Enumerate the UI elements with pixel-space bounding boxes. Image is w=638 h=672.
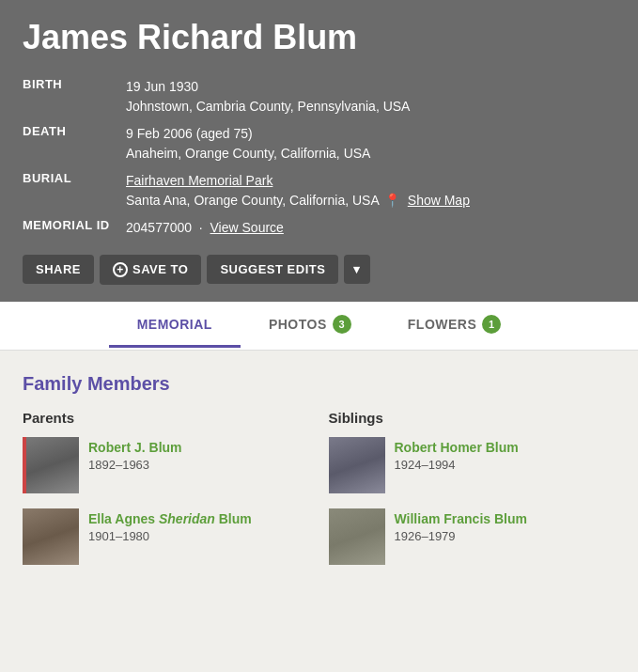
burial-location: Santa Ana, Orange County, California, US…: [126, 193, 379, 208]
member-years: 1901–1980: [88, 529, 252, 543]
avatar[interactable]: [329, 437, 385, 493]
photos-badge: 3: [333, 315, 351, 334]
list-item: Robert Homer Blum 1924–1994: [329, 437, 616, 493]
family-members-title: Family Members: [23, 373, 615, 395]
tab-flowers[interactable]: FLOWERS 1: [380, 302, 530, 350]
birth-date: 19 Jun 1930: [126, 79, 198, 94]
member-name[interactable]: Robert Homer Blum: [395, 439, 519, 456]
memorial-id-label: MEMORIAL ID: [23, 214, 126, 242]
avatar[interactable]: [23, 437, 79, 493]
burial-label: BURIAL: [23, 167, 126, 214]
memorial-id-value: 204577000 · View Source: [126, 214, 615, 242]
list-item: Ella Agnes Sheridan Blum 1901–1980: [23, 508, 310, 565]
member-years: 1926–1979: [395, 529, 527, 543]
action-bar: SHARE + SAVE TO SUGGEST EDITS ▾: [23, 255, 615, 285]
burial-place-link[interactable]: Fairhaven Memorial Park: [126, 173, 272, 188]
plus-circle-icon: +: [113, 262, 128, 277]
list-item: Robert J. Blum 1892–1963: [23, 437, 310, 493]
avatar[interactable]: [329, 508, 385, 565]
member-years: 1924–1994: [395, 458, 519, 472]
avatar[interactable]: [23, 508, 79, 565]
member-info: William Francis Blum 1926–1979: [395, 508, 527, 543]
tab-photos-label: PHOTOS: [269, 317, 327, 332]
death-label: DEATH: [23, 120, 126, 167]
save-to-button[interactable]: + SAVE TO: [100, 255, 201, 285]
tabs-container: MEMORIAL PHOTOS 3 FLOWERS 1: [0, 302, 638, 350]
death-row: DEATH 9 Feb 2006 (aged 75) Anaheim, Oran…: [23, 120, 615, 167]
location-pin-icon: 📍: [384, 191, 400, 211]
member-info: Robert Homer Blum 1924–1994: [395, 437, 519, 472]
dropdown-button[interactable]: ▾: [344, 255, 370, 284]
memorial-id-row: MEMORIAL ID 204577000 · View Source: [23, 214, 615, 242]
death-date: 9 Feb 2006 (aged 75): [126, 126, 253, 141]
tab-flowers-label: FLOWERS: [408, 317, 477, 332]
siblings-column: Siblings Robert Homer Blum 1924–1994 Wil…: [329, 410, 616, 580]
member-info: Robert J. Blum 1892–1963: [88, 437, 182, 472]
list-item: William Francis Blum 1926–1979: [329, 508, 616, 565]
parents-column: Parents Robert J. Blum 1892–1963 Ella Ag…: [23, 410, 310, 580]
main-content: Family Members Parents Robert J. Blum 18…: [0, 351, 638, 602]
birth-label: BIRTH: [23, 73, 126, 120]
death-place: Anaheim, Orange County, California, USA: [126, 146, 370, 161]
header-section: James Richard Blum BIRTH 19 Jun 1930 Joh…: [0, 0, 638, 302]
member-name[interactable]: William Francis Blum: [395, 510, 527, 527]
tab-memorial[interactable]: MEMORIAL: [109, 304, 241, 348]
parents-label: Parents: [23, 410, 310, 426]
member-name[interactable]: Robert J. Blum: [88, 439, 182, 456]
family-grid: Parents Robert J. Blum 1892–1963 Ella Ag…: [23, 410, 615, 580]
burial-value: Fairhaven Memorial Park Santa Ana, Orang…: [126, 167, 615, 214]
accent-bar: [23, 437, 26, 493]
member-info: Ella Agnes Sheridan Blum 1901–1980: [88, 508, 252, 543]
death-value: 9 Feb 2006 (aged 75) Anaheim, Orange Cou…: [126, 120, 615, 167]
burial-row: BURIAL Fairhaven Memorial Park Santa Ana…: [23, 167, 615, 214]
flowers-badge: 1: [482, 315, 501, 334]
birth-row: BIRTH 19 Jun 1930 Johnstown, Cambria Cou…: [23, 73, 615, 120]
person-name: James Richard Blum: [23, 19, 615, 56]
member-years: 1892–1963: [88, 458, 182, 472]
siblings-label: Siblings: [329, 410, 616, 426]
tabs-section: MEMORIAL PHOTOS 3 FLOWERS 1: [0, 302, 638, 351]
memorial-id-number: 204577000: [126, 220, 192, 235]
birth-value: 19 Jun 1930 Johnstown, Cambria County, P…: [126, 73, 615, 120]
member-name[interactable]: Ella Agnes Sheridan Blum: [88, 510, 252, 527]
suggest-edits-button[interactable]: SUGGEST EDITS: [207, 255, 338, 284]
birth-place: Johnstown, Cambria County, Pennsylvania,…: [126, 99, 410, 114]
tab-memorial-label: MEMORIAL: [137, 317, 212, 332]
save-to-label: SAVE TO: [132, 262, 188, 276]
share-button[interactable]: SHARE: [23, 255, 94, 284]
tab-photos[interactable]: PHOTOS 3: [241, 302, 380, 350]
info-table: BIRTH 19 Jun 1930 Johnstown, Cambria Cou…: [23, 73, 615, 242]
view-source-link[interactable]: View Source: [210, 220, 284, 235]
show-map-link[interactable]: Show Map: [408, 193, 470, 208]
